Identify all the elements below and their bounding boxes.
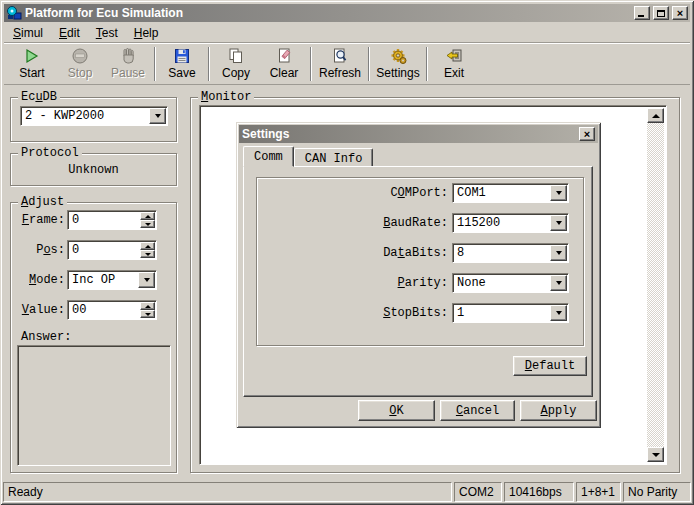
answer-label: Answer:: [21, 330, 71, 344]
parity-combobox[interactable]: None: [452, 273, 569, 293]
frame-value: 0: [68, 211, 139, 229]
ecudb-group: EcuDB 2 - KWP2000: [10, 97, 177, 142]
stopbits-combobox[interactable]: 1: [452, 303, 569, 323]
arrow-down-icon[interactable]: [140, 310, 155, 318]
databits-combobox[interactable]: 8: [452, 243, 569, 263]
arrow-up-icon[interactable]: [140, 242, 155, 250]
ecudb-combobox[interactable]: 2 - KWP2000: [20, 106, 168, 126]
tab-can-info[interactable]: CAN Info: [294, 148, 374, 167]
gear-icon: [389, 46, 407, 66]
pos-value: 0: [68, 241, 139, 259]
toolbar-separator: [310, 47, 312, 81]
chevron-down-icon[interactable]: [550, 215, 567, 231]
toolbar-separator: [426, 47, 428, 81]
monitor-scrollbar[interactable]: [647, 108, 664, 462]
menu-help[interactable]: Help: [126, 25, 167, 41]
hand-icon: [119, 46, 137, 66]
settings-button[interactable]: Settings: [372, 44, 424, 84]
arrow-down-icon[interactable]: [140, 250, 155, 258]
toolbar-separator: [208, 47, 210, 81]
chevron-down-icon[interactable]: [550, 245, 567, 261]
tab-comm[interactable]: Comm: [243, 146, 294, 167]
apply-button[interactable]: Apply: [520, 400, 597, 421]
toolbar-separator: [154, 47, 156, 81]
databits-value: 8: [453, 244, 549, 262]
stopbits-value: 1: [453, 304, 549, 322]
minimize-icon[interactable]: [634, 6, 650, 20]
menu-test[interactable]: Test: [88, 25, 126, 41]
settings-tabs: Comm CAN Info: [243, 146, 373, 167]
arrow-up-icon[interactable]: [140, 212, 155, 220]
clear-button[interactable]: Clear: [260, 44, 308, 84]
toolbar-separator: [368, 47, 370, 81]
protocol-label: Protocol: [18, 146, 82, 161]
chevron-down-icon[interactable]: [550, 305, 567, 321]
mode-label: Mode:: [13, 273, 65, 287]
pos-spinner[interactable]: 0: [67, 240, 157, 260]
status-ready: Ready: [3, 482, 452, 502]
menubar: Simul Edit Test Help: [5, 24, 689, 41]
start-button[interactable]: Start: [8, 44, 56, 84]
arrow-down-icon[interactable]: [647, 447, 664, 462]
chevron-down-icon[interactable]: [138, 272, 155, 288]
baudrate-combobox[interactable]: 115200: [452, 213, 569, 233]
copy-button[interactable]: Copy: [212, 44, 260, 84]
settings-dialog-titlebar[interactable]: Settings ×: [239, 125, 598, 143]
close-icon[interactable]: ×: [672, 6, 688, 20]
window-titlebar[interactable]: Platform for Ecu Simulation ×: [4, 4, 690, 22]
value-spinner[interactable]: 00: [67, 300, 157, 320]
comport-label: COMPort:: [390, 186, 448, 200]
arrow-up-icon[interactable]: [647, 108, 664, 123]
exit-door-icon: [445, 46, 463, 66]
ecudb-label: EcuDB: [18, 90, 60, 105]
comport-value: COM1: [453, 184, 549, 202]
pos-label: Pos:: [13, 243, 65, 257]
app-icon: [6, 5, 22, 21]
baudrate-label: BaudRate:: [383, 216, 448, 230]
menu-simul[interactable]: Simul: [5, 25, 51, 41]
monitor-label: Monitor: [198, 90, 254, 105]
ok-button[interactable]: OK: [358, 400, 435, 421]
stop-button[interactable]: Stop: [56, 44, 104, 84]
eraser-page-icon: [275, 46, 293, 66]
arrow-up-icon[interactable]: [140, 302, 155, 310]
magnifier-page-icon: [331, 46, 349, 66]
protocol-group: Protocol Unknown: [10, 153, 177, 186]
status-framing: 1+8+1: [576, 482, 621, 502]
play-icon: [23, 46, 41, 66]
comport-combobox[interactable]: COM1: [452, 183, 569, 203]
toolbar: Start Stop: [4, 42, 690, 85]
protocol-value: Unknown: [11, 163, 176, 177]
frame-label: Frame:: [13, 213, 65, 227]
adjust-group: Adjust Frame: 0 Pos: 0 Mode:: [10, 202, 177, 473]
chevron-down-icon[interactable]: [550, 275, 567, 291]
frame-spinner[interactable]: 0: [67, 210, 157, 230]
mode-combobox[interactable]: Inc OP: [67, 270, 157, 290]
chevron-down-icon[interactable]: [149, 108, 166, 124]
adjust-label: Adjust: [18, 195, 67, 210]
status-com-port: COM2: [454, 482, 502, 502]
copy-pages-icon: [227, 46, 245, 66]
status-parity: No Parity: [623, 482, 691, 502]
mode-value: Inc OP: [68, 271, 137, 289]
arrow-down-icon[interactable]: [140, 220, 155, 228]
ecudb-value: 2 - KWP2000: [21, 107, 148, 125]
pause-button[interactable]: Pause: [104, 44, 152, 84]
save-button[interactable]: Save: [158, 44, 206, 84]
status-baud-rate: 10416bps: [504, 482, 574, 502]
floppy-icon: [173, 46, 191, 66]
chevron-down-icon[interactable]: [550, 185, 567, 201]
exit-button[interactable]: Exit: [430, 44, 478, 84]
parity-value: None: [453, 274, 549, 292]
close-icon[interactable]: ×: [579, 127, 595, 141]
answer-box: [17, 345, 171, 466]
stop-sign-icon: [71, 46, 89, 66]
menu-edit[interactable]: Edit: [51, 25, 88, 41]
cancel-button[interactable]: Cancel: [440, 400, 515, 421]
refresh-button[interactable]: Refresh: [314, 44, 366, 84]
value-label: Value:: [13, 303, 65, 317]
maximize-icon[interactable]: [653, 6, 669, 20]
databits-label: DataBits:: [383, 246, 448, 260]
default-button[interactable]: Default: [513, 356, 587, 376]
settings-dialog-title: Settings: [242, 127, 579, 141]
